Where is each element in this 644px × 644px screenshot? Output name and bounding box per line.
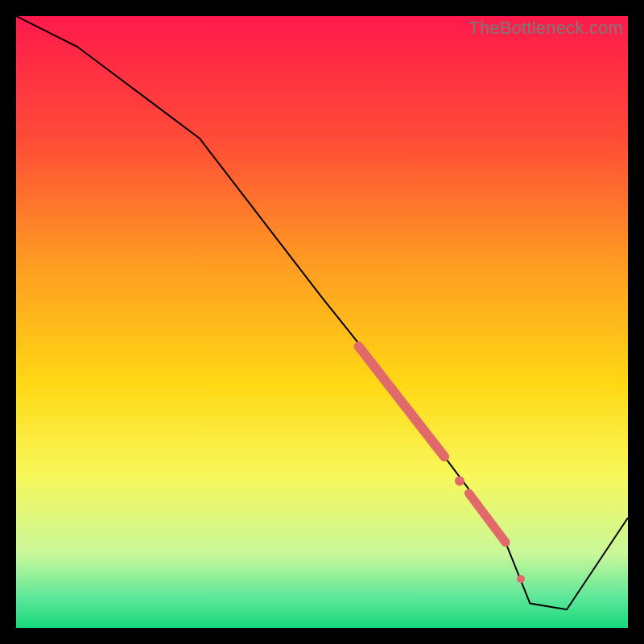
red-dot-low (517, 575, 525, 583)
chart-svg (16, 16, 628, 628)
chart-frame: TheBottleneck.com (16, 16, 628, 628)
watermark-text: TheBottleneck.com (469, 18, 623, 39)
gradient-background (16, 16, 628, 628)
red-dot-mid (455, 477, 464, 486)
